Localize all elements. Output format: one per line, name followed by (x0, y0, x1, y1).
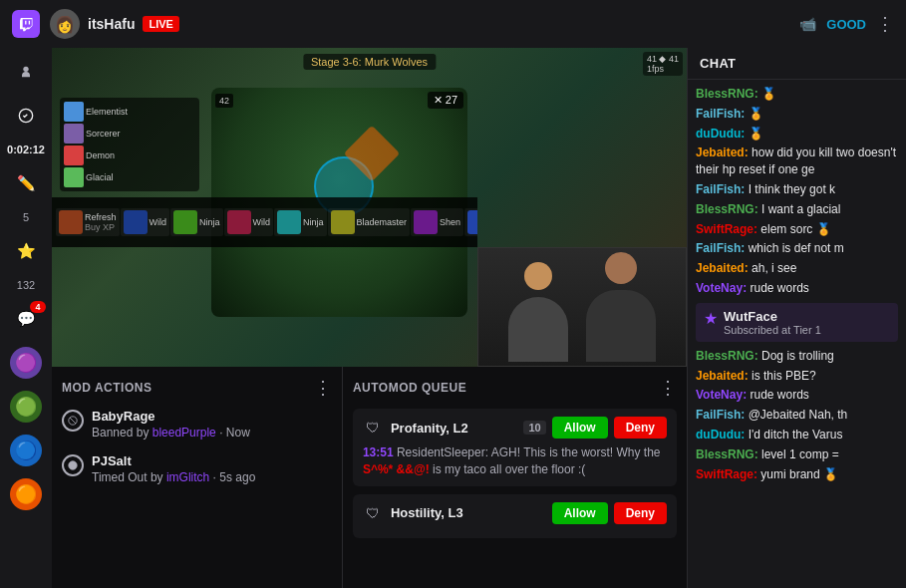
center-panel: Stage 3-6: Murk Wolves 41 ◆ 411fps Eleme… (52, 48, 687, 588)
chat-messages: BlessRNG: 🏅 FailFish: 🏅 duDudu: 🏅 Jebait… (688, 80, 906, 588)
svg-point-0 (23, 67, 28, 72)
user-avatar-4[interactable]: 🟠 (10, 478, 42, 510)
sub-username: WutFace (724, 309, 821, 324)
timeout-icon (62, 454, 84, 476)
profanity-deny-button[interactable]: Deny (614, 417, 667, 439)
chat-msg-jebaited-3: Jebaited: is this PBE? (696, 368, 898, 385)
chat-msg-failfish-2: FailFish: I think they got k (696, 181, 898, 198)
sidebar-count-2: 132 (17, 279, 35, 291)
twitch-logo[interactable] (12, 10, 40, 38)
svg-line-3 (70, 418, 76, 424)
chat-msg-failfish-3: FailFish: which is def not m (696, 240, 898, 257)
chat-msg-dududu-2: duDudu: I'd ditch the Varus (696, 427, 898, 443)
automod-item-1-right: 10 Allow Deny (523, 417, 667, 439)
profanity-allow-button[interactable]: Allow (552, 417, 608, 439)
automod-title: AUTOMOD QUEUE (353, 381, 466, 395)
main-content: 0:02:12 ✏️ 5 ⭐ 132 💬 4 🟣 🟢 🔵 🟠 Stage 3-6… (0, 48, 906, 588)
mini-player-5: Ninja (274, 208, 327, 236)
more-options-button[interactable]: ⋮ (876, 13, 894, 35)
automod-item-2-left: 🛡 Hostility, L3 (363, 503, 463, 523)
sub-notification: ★ WutFace Subscribed at Tier 1 (696, 303, 898, 342)
bottom-panels: MOD ACTIONS ⋮ BabyRage Banned by bleedPu… (52, 367, 687, 588)
chat-msg-votenay-2: VoteNay: rude words (696, 387, 898, 404)
hostility-deny-button[interactable]: Deny (614, 502, 667, 524)
automod-item-1-header: 🛡 Profanity, L2 10 Allow Deny (363, 417, 667, 439)
camera-icon: 📹 (799, 16, 816, 32)
mod-actions-panel: MOD ACTIONS ⋮ BabyRage Banned by bleedPu… (52, 367, 343, 588)
ban-detail: Banned by bleedPurple · Now (92, 426, 250, 440)
sidebar-chat-icon[interactable]: 💬 4 (10, 303, 42, 335)
mod-action-pjsalt: PJSalt Timed Out by imGlitch · 5s ago (62, 453, 332, 484)
shield-hostility-icon: 🛡 (363, 503, 383, 523)
mod-action-pjsalt-info: PJSalt Timed Out by imGlitch · 5s ago (92, 453, 255, 484)
top-bar: 👩 itsHafu LIVE 📹 GOOD ⋮ (0, 0, 906, 48)
automod-profanity-message: 13:51 ResidentSleeper: AGH! This is the … (363, 444, 667, 478)
user-avatar-3[interactable]: 🔵 (10, 435, 42, 466)
chat-msg-dududu-1: duDudu: 🏅 (696, 126, 898, 143)
timed-out-user-name: PJSalt (92, 453, 255, 468)
automod-menu[interactable]: ⋮ (659, 377, 677, 399)
mini-player-1: RefreshBuy XP (56, 208, 120, 236)
chat-msg-jebaited-2: Jebaited: ah, i see (696, 260, 898, 277)
stream-timer: 0:02:12 (7, 144, 45, 155)
automod-item-profanity: 🛡 Profanity, L2 10 Allow Deny 13:51 Resi… (353, 409, 677, 486)
timeout-detail: Timed Out by imGlitch · 5s ago (92, 470, 255, 484)
user-avatar-1[interactable]: 🟣 (10, 347, 42, 379)
automod-header: AUTOMOD QUEUE ⋮ (353, 377, 677, 399)
chat-msg-swiftrage-2: SwiftRage: yumi brand 🏅 (696, 466, 898, 483)
automod-hostility-label: Hostility, L3 (391, 505, 463, 520)
sidebar-pen-icon[interactable]: ✏️ (10, 167, 42, 199)
mod-actions-header: MOD ACTIONS ⋮ (62, 377, 332, 399)
sub-tier-label: Subscribed at Tier 1 (724, 324, 821, 336)
top-bar-right: 📹 GOOD ⋮ (799, 13, 894, 35)
video-area: Stage 3-6: Murk Wolves 41 ◆ 411fps Eleme… (52, 48, 687, 367)
stream-quality-label: GOOD (826, 17, 866, 32)
mini-player-2: Wild (121, 208, 170, 236)
game-player-bar: RefreshBuy XP Wild Ninja Wild (52, 197, 477, 247)
chat-badge: 4 (30, 301, 46, 313)
mod-actions-menu[interactable]: ⋮ (314, 377, 332, 399)
automod-item-2-right: Allow Deny (552, 502, 667, 524)
chat-msg-swiftrage-1: SwiftRage: elem sorc 🏅 (696, 221, 898, 238)
chat-msg-votenay-1: VoteNay: rude words (696, 280, 898, 297)
game-hud-info: 41 ◆ 411fps (643, 52, 683, 76)
chat-header: CHAT (688, 48, 906, 80)
hostility-allow-button[interactable]: Allow (552, 502, 608, 524)
sub-star-icon: ★ (704, 309, 718, 328)
sidebar-audio-icon[interactable] (10, 100, 42, 132)
game-stage-title: Stage 3-6: Murk Wolves (303, 54, 436, 70)
chat-msg-jebaited-1: Jebaited: how did you kill two doesn't t… (696, 145, 898, 178)
mini-player-6: Blademaster (328, 208, 411, 236)
streamer-avatar[interactable]: 👩 (50, 9, 80, 39)
profanity-level-badge: 10 (523, 421, 545, 435)
streamer-name[interactable]: itsHafu (88, 16, 135, 32)
live-badge: LIVE (143, 16, 178, 32)
banned-user-name: BabyRage (92, 409, 250, 424)
game-screen: Stage 3-6: Murk Wolves 41 ◆ 411fps Eleme… (52, 48, 687, 367)
mod-action-babyrage: BabyRage Banned by bleedPurple · Now (62, 409, 332, 440)
shield-profanity-icon: 🛡 (363, 418, 383, 438)
sidebar-count-1: 5 (23, 211, 29, 223)
chat-msg-blessrng-2: BlessRNG: I want a glacial (696, 201, 898, 218)
left-sidebar: 0:02:12 ✏️ 5 ⭐ 132 💬 4 🟣 🟢 🔵 🟠 (0, 48, 52, 588)
sidebar-star-icon[interactable]: ⭐ (10, 235, 42, 267)
mini-player-7: Shen (411, 208, 463, 236)
streamer-info: 👩 itsHafu LIVE (50, 9, 179, 39)
automod-queue-panel: AUTOMOD QUEUE ⋮ 🛡 Profanity, L2 10 Allow (343, 367, 687, 588)
automod-profanity-label: Profanity, L2 (391, 421, 468, 436)
mod-action-babyrage-info: BabyRage Banned by bleedPurple · Now (92, 409, 250, 440)
chat-msg-blessrng-4: BlessRNG: level 1 comp = (696, 446, 898, 463)
automod-item-1-left: 🛡 Profanity, L2 (363, 418, 468, 438)
chat-sidebar: CHAT BlessRNG: 🏅 FailFish: 🏅 duDudu: 🏅 J… (687, 48, 906, 588)
automod-item-hostility: 🛡 Hostility, L3 Allow Deny (353, 494, 677, 538)
chat-msg-failfish-4: FailFish: @Jebaited Nah, th (696, 407, 898, 424)
user-avatar-2[interactable]: 🟢 (10, 391, 42, 423)
chat-msg-blessrng-3: BlessRNG: Dog is trolling (696, 348, 898, 365)
ban-icon (62, 410, 84, 432)
sidebar-home-icon[interactable] (10, 56, 42, 88)
chat-msg-blessrng-1: BlessRNG: 🏅 (696, 86, 898, 103)
mod-actions-title: MOD ACTIONS (62, 381, 151, 395)
chat-msg-failfish-1: FailFish: 🏅 (696, 106, 898, 123)
mini-player-8: Lucian (464, 208, 477, 236)
mini-player-3: Ninja (170, 208, 223, 236)
